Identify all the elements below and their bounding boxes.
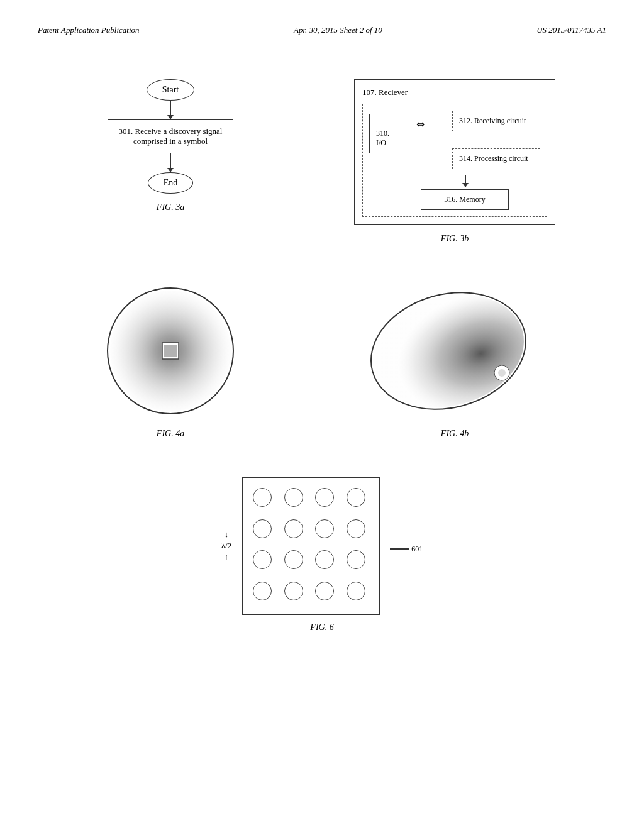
fig-3a-label: FIG. 3a — [157, 202, 184, 213]
grid-circle-1-4 — [347, 488, 365, 507]
fig-3b-label: FIG. 3b — [441, 234, 469, 244]
fig-3b-diagram: 107. Reciever 310. I/O ⇔ 312. Receiving … — [354, 79, 555, 225]
header-center: Apr. 30, 2015 Sheet 2 of 10 — [294, 25, 382, 35]
fig-4a-container: FIG. 4a — [101, 282, 240, 439]
receiving-circuit-box: 312. Receiving circuit — [452, 111, 540, 131]
fig-6-label: FIG. 6 — [310, 622, 333, 633]
grid-circle-3-1 — [253, 550, 272, 569]
grid-circle-4-4 — [347, 582, 365, 600]
grid-circle-1-1 — [253, 488, 272, 507]
grid-circle-2-3 — [315, 519, 334, 538]
grid-circle-3-4 — [347, 550, 365, 569]
receiver-inner: 310. I/O ⇔ 312. Receiving circuit 314. P… — [362, 104, 547, 217]
svg-point-5 — [367, 282, 536, 420]
fig-6-grid-wrapper — [242, 477, 380, 615]
receiver-title: 107. Reciever — [362, 87, 547, 97]
fig-3a-container: Start 301. Receive a discovery signal co… — [82, 79, 258, 213]
ref-601-label: 601 — [411, 545, 423, 554]
vert-arrow-proc-mem — [465, 175, 467, 187]
middle-row: FIG. 4a — [38, 282, 606, 439]
grid-circle-1-2 — [284, 488, 303, 507]
grid-circle-4-3 — [315, 582, 334, 600]
lambda-annotation: ↓ λ/2 ↑ — [221, 529, 231, 562]
svg-point-7 — [498, 369, 506, 377]
grid-circle-1-3 — [315, 488, 334, 507]
fig-3b-container: 107. Reciever 310. I/O ⇔ 312. Receiving … — [348, 79, 562, 244]
grid-circle-2-4 — [347, 519, 365, 538]
ref-601-annotation: 601 — [390, 538, 423, 554]
fig-6-container: ↓ λ/2 ↑ — [221, 477, 423, 615]
io-box: 310. I/O — [369, 114, 396, 153]
processing-circuit-box: 314. Processing circuit — [452, 148, 540, 169]
grid-circle-4-1 — [253, 582, 272, 600]
page-header: Patent Application Publication Apr. 30, … — [38, 25, 606, 35]
fig-4a-label: FIG. 4a — [157, 429, 184, 439]
grid-circle-3-3 — [315, 550, 334, 569]
fig-4b-svg — [367, 282, 543, 420]
fig-4a-svg — [101, 282, 240, 420]
bottom-row: ↓ λ/2 ↑ — [38, 477, 606, 633]
header-left: Patent Application Publication — [38, 25, 140, 35]
svg-rect-3 — [164, 345, 177, 357]
grid-circle-2-1 — [253, 519, 272, 538]
fig-3a-diagram: Start 301. Receive a discovery signal co… — [108, 79, 233, 194]
fig-4b-container: FIG. 4b — [367, 282, 543, 439]
process-box-301: 301. Receive a discovery signal comprise… — [108, 119, 233, 153]
arrow-box-to-end — [170, 153, 171, 172]
top-row: Start 301. Receive a discovery signal co… — [38, 79, 606, 244]
fig-6-grid — [242, 477, 380, 615]
page: Patent Application Publication Apr. 30, … — [0, 0, 644, 830]
main-content: Start 301. Receive a discovery signal co… — [38, 67, 606, 633]
arrow-start-to-box — [170, 101, 171, 119]
end-oval: End — [148, 172, 194, 194]
header-right: US 2015/0117435 A1 — [536, 25, 606, 35]
fig-4b-label: FIG. 4b — [441, 429, 469, 439]
grid-circle-4-2 — [284, 582, 303, 600]
memory-box: 316. Memory — [421, 189, 509, 210]
double-arrow-icon: ⇔ — [416, 118, 425, 130]
grid-circle-2-2 — [284, 519, 303, 538]
start-oval: Start — [147, 79, 194, 101]
grid-circle-3-2 — [284, 550, 303, 569]
